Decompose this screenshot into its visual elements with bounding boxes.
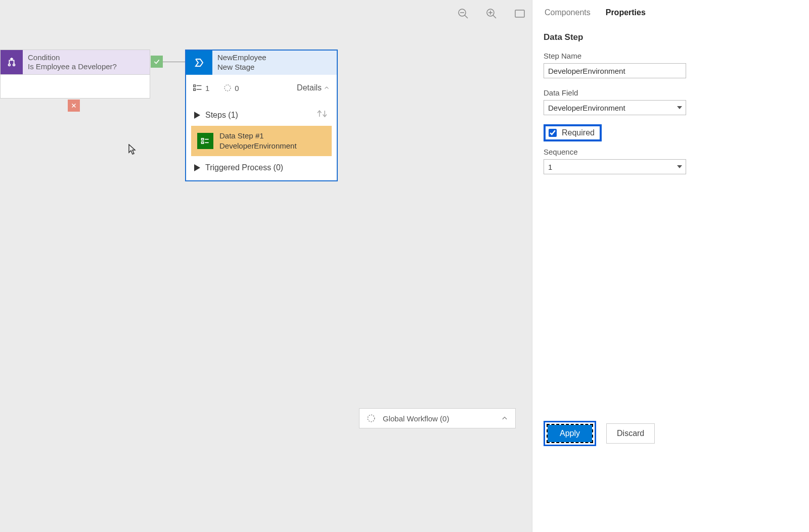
panel-actions: Apply Discard — [544, 421, 655, 446]
tab-properties[interactable]: Properties — [605, 6, 647, 19]
workflow-canvas[interactable]: Condition Is Employee a Developer? NewEm… — [0, 0, 531, 532]
cursor-icon — [128, 144, 137, 157]
connector-line — [163, 62, 185, 62]
stage-card[interactable]: NewEmployee New Stage 1 0 Details — [185, 50, 338, 181]
step-name-label: Step Name — [544, 52, 798, 60]
triggered-process-label: Triggered Process (0) — [205, 163, 283, 172]
required-checkbox[interactable] — [549, 129, 557, 137]
condition-title: Condition — [28, 53, 145, 62]
svg-point-9 — [13, 64, 15, 66]
svg-rect-19 — [202, 138, 204, 140]
workflow-dotted-icon — [367, 414, 376, 423]
condition-icon — [1, 50, 23, 74]
global-workflow-bar[interactable]: Global Workflow (0) — [359, 408, 516, 428]
steps-header[interactable]: Steps (1) — [191, 106, 332, 126]
condition-node[interactable]: Condition Is Employee a Developer? — [0, 50, 150, 75]
form-icon — [197, 133, 213, 149]
panel-title: Data Step — [544, 32, 798, 42]
sequence-select[interactable]: 1 — [544, 159, 686, 174]
apply-button[interactable]: Apply — [548, 425, 592, 442]
svg-rect-12 — [194, 85, 196, 87]
condition-lower-panel[interactable] — [0, 75, 150, 99]
chevron-up-icon[interactable] — [501, 415, 508, 422]
stage-steps-count: 1 — [193, 84, 209, 92]
panel-tabs: Components Properties — [544, 6, 798, 19]
data-field-select[interactable]: DeveloperEnvironment — [544, 100, 686, 115]
steps-header-label: Steps (1) — [205, 111, 238, 120]
condition-body: Condition Is Employee a Developer? — [23, 50, 150, 74]
data-field-label: Data Field — [544, 88, 798, 97]
required-checkbox-group[interactable]: Required — [544, 124, 602, 141]
details-toggle[interactable]: Details — [297, 83, 330, 92]
svg-rect-14 — [194, 89, 196, 91]
svg-point-16 — [224, 85, 231, 91]
discard-button[interactable]: Discard — [606, 423, 655, 444]
global-workflow-label: Global Workflow (0) — [383, 414, 449, 423]
condition-yes-marker[interactable] — [151, 56, 163, 68]
stage-triggers-count: 0 — [223, 84, 239, 92]
stage-header-text: NewEmployee New Stage — [212, 51, 337, 75]
stage-subtitle: New Stage — [217, 62, 332, 72]
svg-rect-21 — [202, 142, 204, 143]
data-step-item[interactable]: Data Step #1 DeveloperEnvironment — [191, 126, 332, 156]
step-item-subtitle: DeveloperEnvironment — [219, 141, 297, 151]
step-item-title: Data Step #1 — [219, 131, 297, 141]
svg-point-23 — [368, 415, 375, 422]
condition-no-marker[interactable] — [68, 100, 80, 112]
condition-subtitle: Is Employee a Developer? — [28, 62, 145, 71]
required-label: Required — [562, 128, 595, 137]
triggered-process-row[interactable]: Triggered Process (0) — [186, 156, 337, 180]
tab-components[interactable]: Components — [544, 6, 592, 19]
stage-chevron-icon — [186, 51, 212, 75]
expand-triangle-icon — [194, 112, 200, 119]
svg-point-8 — [9, 64, 11, 66]
reorder-updown-icon[interactable] — [316, 109, 329, 121]
expand-triangle-icon — [194, 164, 200, 171]
step-name-input[interactable] — [544, 63, 686, 78]
stage-title: NewEmployee — [217, 53, 332, 62]
stage-meta-row: 1 0 Details — [186, 75, 337, 101]
properties-panel: Components Properties Data Step Step Nam… — [532, 0, 809, 532]
sequence-label: Sequence — [544, 148, 798, 156]
stage-header[interactable]: NewEmployee New Stage — [186, 51, 337, 75]
